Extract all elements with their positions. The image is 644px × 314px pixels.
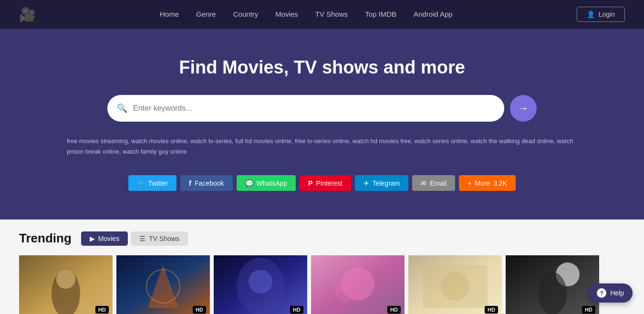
svg-point-8 <box>249 270 272 293</box>
movie-card-3[interactable]: HD <box>214 255 307 314</box>
telegram-label: Telegram <box>373 179 400 187</box>
email-icon: ✉ <box>421 179 426 187</box>
question-icon: ? <box>597 288 606 298</box>
plus-icon: + <box>467 179 471 187</box>
navbar: 🎥 Home Genre Country Movies TV Shows Top… <box>0 0 644 29</box>
svg-point-11 <box>335 274 354 303</box>
facebook-share-button[interactable]: f Facebook <box>180 175 232 191</box>
trending-tabs: ▶ Movies ☰ TV Shows <box>81 231 188 246</box>
help-button[interactable]: ? Help <box>588 283 633 303</box>
more-count: 3.2K <box>493 179 507 187</box>
twitter-icon: 🐦 <box>137 179 145 187</box>
nav-android-app[interactable]: Android App <box>414 10 453 18</box>
movie-card-2[interactable]: HD <box>116 255 210 314</box>
arrow-right-icon <box>518 102 529 115</box>
trending-title: Trending <box>19 231 72 246</box>
more-label: More <box>475 179 490 187</box>
logo-icon: 🎥 <box>19 7 36 22</box>
nav-tvshows[interactable]: TV Shows <box>315 10 348 18</box>
movie-thumbnail-6 <box>506 255 599 314</box>
movie-card-5[interactable]: HD <box>408 255 502 314</box>
twitter-share-button[interactable]: 🐦 Twitter <box>128 175 177 191</box>
social-buttons: 🐦 Twitter f Facebook 💬 WhatsApp P Pinter… <box>19 170 625 200</box>
more-share-button[interactable]: + More 3.2K <box>459 175 516 191</box>
svg-point-2 <box>56 270 75 289</box>
movie-thumbnail-5 <box>408 255 502 314</box>
login-button[interactable]: Login <box>577 7 625 22</box>
tab-movies-label: Movies <box>98 235 119 242</box>
whatsapp-icon: 💬 <box>245 179 253 187</box>
nav-top-imdb[interactable]: Top IMDB <box>365 10 396 18</box>
search-icon: 🔍 <box>117 103 127 114</box>
nav-movies[interactable]: Movies <box>275 10 298 18</box>
telegram-share-button[interactable]: ✈ Telegram <box>355 175 409 191</box>
help-label: Help <box>610 289 624 297</box>
hd-badge-2: HD <box>193 306 206 314</box>
nav-links: Home Genre Country Movies TV Shows Top I… <box>160 10 453 19</box>
movie-card-4[interactable]: HD <box>311 255 405 314</box>
play-icon: ▶ <box>90 235 95 242</box>
facebook-label: Facebook <box>195 179 224 187</box>
svg-point-14 <box>441 272 469 301</box>
hero-section: Find Movies, TV shows and more 🔍 free mo… <box>0 29 644 220</box>
user-icon <box>587 10 595 18</box>
telegram-icon: ✈ <box>364 179 369 187</box>
whatsapp-label: WhatsApp <box>257 179 288 187</box>
movie-card-1[interactable]: HD <box>19 255 113 314</box>
list-icon: ☰ <box>139 235 145 242</box>
pinterest-icon: P <box>308 179 312 187</box>
hero-heading: Find Movies, TV shows and more <box>19 57 625 78</box>
movie-card-6[interactable]: HD <box>506 255 599 314</box>
hd-badge-1: HD <box>95 306 109 314</box>
email-share-button[interactable]: ✉ Email <box>412 175 455 191</box>
movie-thumbnail-2 <box>116 255 210 314</box>
email-label: Email <box>430 179 447 187</box>
tags-text: free movies streaming, watch movies onli… <box>48 136 596 157</box>
movie-thumbnail-3 <box>214 255 307 314</box>
hd-badge-6: HD <box>582 306 595 314</box>
movies-row: HD HD HD <box>19 255 625 314</box>
hd-badge-3: HD <box>290 306 303 314</box>
movie-thumbnail-4 <box>311 255 405 314</box>
nav-country[interactable]: Country <box>233 10 259 18</box>
search-container: 🔍 <box>107 95 537 122</box>
search-input[interactable] <box>133 104 495 113</box>
svg-point-17 <box>538 272 567 314</box>
pinterest-share-button[interactable]: P Pinterest <box>300 175 351 191</box>
trending-header: Trending ▶ Movies ☰ TV Shows <box>19 231 625 246</box>
search-submit-button[interactable] <box>510 95 537 122</box>
tab-tvshows[interactable]: ☰ TV Shows <box>131 231 188 246</box>
hd-badge-5: HD <box>485 306 498 314</box>
search-bar: 🔍 <box>107 95 504 122</box>
login-label: Login <box>599 10 615 18</box>
nav-genre[interactable]: Genre <box>196 10 216 18</box>
hd-badge-4: HD <box>387 306 401 314</box>
nav-home[interactable]: Home <box>160 10 179 18</box>
trending-section: Trending ▶ Movies ☰ TV Shows <box>0 220 644 314</box>
whatsapp-share-button[interactable]: 💬 WhatsApp <box>237 175 296 191</box>
twitter-label: Twitter <box>148 179 168 187</box>
tab-tvshows-label: TV Shows <box>149 235 179 242</box>
logo[interactable]: 🎥 <box>19 7 36 22</box>
facebook-icon: f <box>189 179 191 187</box>
movie-thumbnail-1 <box>19 255 113 314</box>
pinterest-label: Pinterest <box>316 179 342 187</box>
tab-movies[interactable]: ▶ Movies <box>81 231 128 246</box>
